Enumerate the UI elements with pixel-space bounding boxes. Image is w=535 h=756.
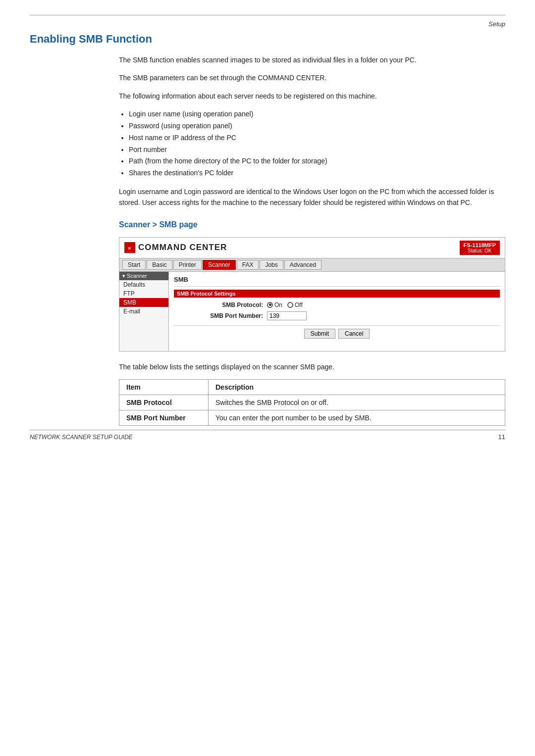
svg-text:K: K bbox=[128, 246, 131, 251]
cc-radio-on[interactable]: On bbox=[267, 302, 282, 308]
footer-left: NETWORK SCANNER SETUP GUIDE bbox=[30, 434, 133, 441]
table-cell-item: SMB Protocol bbox=[119, 395, 209, 410]
cc-smb-port-input[interactable] bbox=[267, 311, 307, 320]
cc-body: ▾ Scanner DefaultsFTPSMBE-mail SMB SMB P… bbox=[119, 272, 505, 351]
kyocera-logo-icon: K bbox=[124, 242, 135, 253]
section-title: Enabling SMB Function bbox=[30, 33, 505, 46]
cc-sidebar-item-defaults[interactable]: Defaults bbox=[119, 280, 168, 289]
body-para1: The SMB function enables scanned images … bbox=[119, 54, 505, 65]
bullet-item: Port number bbox=[129, 144, 505, 156]
body-para3: The following information about each ser… bbox=[119, 91, 505, 101]
cc-nav-btn-start[interactable]: Start bbox=[122, 260, 146, 270]
bullet-item: Host name or IP address of the PC bbox=[129, 132, 505, 144]
radio-off-icon bbox=[287, 302, 293, 308]
table-caption: The table below lists the settings displ… bbox=[119, 361, 505, 372]
cc-nav-btn-printer[interactable]: Printer bbox=[173, 260, 202, 270]
table-cell-description: Switches the SMB Protocol on or off. bbox=[209, 395, 505, 410]
cc-smb-protocol-label: SMB Protocol: bbox=[174, 302, 263, 308]
top-rule bbox=[30, 15, 505, 15]
bullet-list: Login user name (using operation panel)P… bbox=[129, 108, 505, 179]
cc-sidebar-header: ▾ Scanner bbox=[119, 272, 168, 280]
cc-nav-btn-jobs[interactable]: Jobs bbox=[260, 260, 283, 270]
col-item-header: Item bbox=[119, 380, 209, 395]
cc-smb-port-row: SMB Port Number: bbox=[174, 311, 500, 320]
radio-on-label: On bbox=[274, 302, 282, 308]
cc-nav-btn-fax[interactable]: FAX bbox=[237, 260, 259, 270]
radio-on-icon bbox=[267, 302, 273, 308]
cc-brand-name: COMMAND CENTER bbox=[138, 243, 227, 252]
table-cell-item: SMB Port Number bbox=[119, 410, 209, 426]
cc-smb-protocol-row: SMB Protocol: On Off bbox=[174, 302, 500, 308]
cc-sidebar-item-smb[interactable]: SMB bbox=[119, 298, 168, 307]
cc-content-area: SMB SMB Protocol Settings SMB Protocol: … bbox=[169, 272, 505, 351]
body-para2: The SMB parameters can be set through th… bbox=[119, 72, 505, 83]
body-para4: Login username and Login password are id… bbox=[119, 186, 505, 208]
cc-submit-button[interactable]: Submit bbox=[304, 329, 335, 339]
cc-header: K COMMAND CENTER FS-1118MFP Status: OK bbox=[119, 238, 505, 258]
table-row: SMB ProtocolSwitches the SMB Protocol on… bbox=[119, 395, 505, 410]
bullet-item: Password (using operation panel) bbox=[129, 120, 505, 132]
cc-brand: K COMMAND CENTER bbox=[124, 242, 227, 253]
cc-nav-btn-basic[interactable]: Basic bbox=[147, 260, 172, 270]
subsection-title: Scanner > SMB page bbox=[119, 220, 505, 229]
cc-nav-btn-advanced[interactable]: Advanced bbox=[284, 260, 321, 270]
table-row: SMB Port NumberYou can enter the port nu… bbox=[119, 410, 505, 426]
col-description-header: Description bbox=[209, 380, 505, 395]
radio-off-label: Off bbox=[295, 302, 303, 308]
command-center-widget: K COMMAND CENTER FS-1118MFP Status: OK S… bbox=[119, 237, 505, 352]
table-cell-description: You can enter the port number to be used… bbox=[209, 410, 505, 426]
cc-smb-port-label: SMB Port Number: bbox=[174, 312, 263, 319]
bullet-item: Path (from the home directory of the PC … bbox=[129, 155, 505, 167]
cc-sidebar-item-e-mail[interactable]: E-mail bbox=[119, 307, 168, 316]
footer-page: 11 bbox=[498, 433, 505, 441]
cc-radio-off[interactable]: Off bbox=[287, 302, 303, 308]
cc-page-title: SMB bbox=[174, 275, 500, 287]
bullet-item: Shares the destination's PC folder bbox=[129, 167, 505, 179]
cc-device-info: FS-1118MFP Status: OK bbox=[460, 241, 500, 255]
cc-device-status: Status: OK bbox=[464, 248, 496, 253]
cc-btn-row: Submit Cancel bbox=[174, 325, 500, 339]
cc-nav-btn-scanner[interactable]: Scanner bbox=[203, 260, 236, 270]
cc-nav: StartBasicPrinterScannerFAXJobsAdvanced bbox=[119, 258, 505, 272]
cc-cancel-button[interactable]: Cancel bbox=[338, 329, 370, 339]
cc-sidebar-item-ftp[interactable]: FTP bbox=[119, 289, 168, 298]
cc-device-name: FS-1118MFP bbox=[464, 242, 496, 248]
cc-sidebar: ▾ Scanner DefaultsFTPSMBE-mail bbox=[119, 272, 169, 351]
cc-section-header: SMB Protocol Settings bbox=[174, 290, 500, 298]
setup-label: Setup bbox=[30, 20, 505, 28]
cc-radio-group: On Off bbox=[267, 302, 303, 308]
settings-table: Item Description SMB ProtocolSwitches th… bbox=[119, 379, 505, 426]
page-footer: NETWORK SCANNER SETUP GUIDE 11 bbox=[30, 430, 505, 441]
bullet-item: Login user name (using operation panel) bbox=[129, 108, 505, 120]
